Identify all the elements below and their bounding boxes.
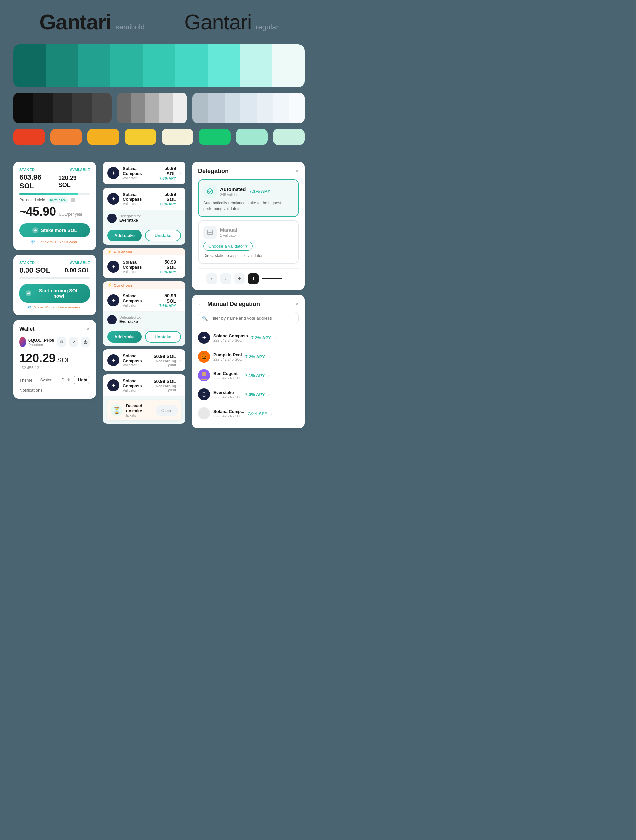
- projected-label-1: Projected yield: [19, 198, 46, 202]
- chip-yellow: [125, 129, 156, 145]
- nav-prev-btn[interactable]: ‹: [207, 273, 217, 284]
- validator-apy-6: Not earning yield: [153, 384, 176, 392]
- delegation-close-btn[interactable]: ×: [295, 168, 299, 174]
- validator-icon-6: ✦: [107, 379, 119, 392]
- start-earning-btn[interactable]: ➜ Start earning SOL now!: [19, 284, 90, 303]
- wallet-account-info: 6QUX...PFb9 Phantom: [28, 338, 54, 347]
- promo-text-1: 💎 Get extra 9.15 SOL/year: [19, 240, 90, 244]
- unstake-btn-2[interactable]: Unstake: [145, 230, 181, 241]
- manual-vli-info-5: Solana Comp... 222,342,245 SOL: [213, 409, 245, 418]
- wallet-action-icons: ⧉ ↗ ⏻: [57, 337, 90, 347]
- light-blue-gray-palette: [193, 93, 305, 123]
- theme-dark-btn[interactable]: Dark: [57, 376, 74, 384]
- delegated-to-row-4: Delegated to: Everstake: [103, 312, 186, 328]
- nav-add-btn[interactable]: +: [234, 273, 245, 284]
- manual-validator-item-1[interactable]: ✦ Solana Compass 222,342,245 SOL 7.2% AP…: [198, 328, 299, 347]
- validator-stats-4: 50.99 SOL 7.6% APY: [156, 293, 176, 308]
- staked-amount-1: 603.96 SOL: [19, 173, 58, 190]
- unstake-btn-4[interactable]: Unstake: [145, 331, 181, 343]
- manual-vli-name-3: Ben Cogent: [213, 371, 242, 376]
- validator-sol-3: 50.99 SOL: [156, 259, 176, 270]
- svg-point-3: [202, 372, 207, 376]
- dark-swatch-3: [53, 93, 72, 123]
- wallet-close-btn[interactable]: ×: [87, 326, 90, 332]
- manual-back-btn[interactable]: ←: [198, 300, 204, 308]
- validator-apy-4: 7.6% APY: [156, 303, 176, 308]
- copy-btn[interactable]: ⧉: [57, 337, 66, 347]
- teal-swatch-2: [46, 44, 78, 87]
- our-choice-wrapper-4: ⚡ Our choice ✦ Solana Compass Validator …: [103, 281, 186, 346]
- validator-type-1: Validator: [123, 176, 153, 180]
- teal-swatch-9: [272, 44, 305, 87]
- export-btn[interactable]: ↗: [69, 337, 78, 347]
- main-ui-section: Staked Available 603.96 SOL 120.29 SOL P…: [0, 162, 318, 435]
- validator-item-3[interactable]: ✦ Solana Compass Validator 50.99 SOL 7.6…: [103, 256, 186, 278]
- validator-apy-1: 7.6% APY: [156, 176, 176, 180]
- add-stake-btn-4[interactable]: Add stake: [107, 331, 142, 343]
- validator-top-2: ✦ Solana Compass Validator 50.99 SOL 7.6…: [103, 188, 186, 210]
- validator-icon-3: ✦: [107, 261, 119, 273]
- stake-more-btn[interactable]: ➜ Stake more SOL: [19, 223, 90, 237]
- add-stake-btn-2[interactable]: Add stake: [107, 230, 142, 241]
- font-style-regular: regular: [256, 23, 278, 31]
- lb-swatch-4: [240, 93, 256, 123]
- manual-close-btn[interactable]: ×: [295, 301, 299, 307]
- lb-swatch-6: [273, 93, 289, 123]
- power-btn[interactable]: ⏻: [81, 337, 90, 347]
- middle-column: ✦ Solana Compass Validator 50.99 SOL 7.6…: [103, 162, 186, 428]
- manual-vli-info-1: Solana Compass 222,342,245 SOL: [213, 333, 248, 342]
- validator-info-2: Solana Compass Validator: [123, 192, 153, 206]
- manual-vli-icon-4: ⬡: [198, 388, 210, 400]
- progress-bar-1: [19, 193, 90, 195]
- staking-header-2: Staked Available: [19, 261, 90, 265]
- progress-bar-2: [19, 277, 90, 279]
- chevron-right-icon-2: ›: [268, 354, 270, 359]
- promo-text-2: 💎 Stake SOL and earn rewards: [19, 305, 90, 309]
- expanded-actions-6: ⏳ Delayed unstake tickets Claim: [103, 396, 186, 424]
- theme-light-btn[interactable]: Light: [74, 376, 90, 384]
- mid-swatch-3: [145, 93, 159, 123]
- theme-row: Theme System Dark Light: [19, 376, 90, 384]
- validator-item-5[interactable]: ✦ Solana Compass Validator 50.99 SOL Not…: [103, 349, 186, 371]
- left-column: Staked Available 603.96 SOL 120.29 SOL P…: [13, 162, 96, 428]
- dark-swatch-1: [13, 93, 33, 123]
- yield-unit-1: SOL/per year: [59, 212, 82, 217]
- manual-validator-item-5[interactable]: Solana Comp... 222,342,245 SOL 7.0% APY …: [198, 404, 299, 423]
- manual-vli-info-4: Everstake 222,342,245 SOL: [213, 390, 242, 399]
- validator-stats-2: 50.99 SOL 7.6% APY: [156, 191, 176, 206]
- manual-vli-apy-4: 7.0% APY: [245, 392, 265, 397]
- manual-vli-sub-3: 222,342,245 SOL: [213, 376, 242, 380]
- manual-vli-apy-3: 7.1% APY: [245, 373, 265, 378]
- search-icon: 🔍: [202, 316, 208, 321]
- choose-validator-btn[interactable]: Choose a validator ▾: [204, 242, 253, 251]
- theme-buttons: System Dark Light: [36, 376, 90, 384]
- ben-cogent-avatar: [198, 369, 210, 381]
- yield-display-1: ~45.90 SOL/per year: [19, 205, 90, 219]
- manual-option-header: Manual 1 validator: [204, 226, 294, 239]
- validator-item-6-expanded: ✦ Solana Compass Validator 50.99 SOL Not…: [103, 374, 186, 424]
- manual-validator-item-3[interactable]: Ben Cogent 222,342,245 SOL 7.1% APY ›: [198, 366, 299, 385]
- validator-type-6: Validator: [123, 388, 150, 392]
- theme-system-btn[interactable]: System: [36, 376, 57, 384]
- manual-validator-item-2[interactable]: 🎃 Pumpkin Pool 222,342,245 SOL 7.2% APY …: [198, 347, 299, 366]
- search-input[interactable]: [198, 312, 299, 324]
- manual-validator-item-4[interactable]: ⬡ Everstake 222,342,245 SOL 7.0% APY ›: [198, 385, 299, 404]
- info-icon-1[interactable]: i: [71, 198, 75, 202]
- manual-option[interactable]: Manual 1 validator Choose a validator ▾ …: [198, 220, 299, 264]
- claim-btn[interactable]: Claim: [156, 405, 178, 415]
- progress-fill-1: [19, 193, 78, 195]
- delegated-to-label-2: Delegated to:: [119, 214, 141, 218]
- validator-type-5: Validator: [123, 363, 150, 367]
- chevron-right-icon-3: ›: [268, 373, 270, 378]
- projected-row-1: Projected yield APY 7.6% i: [19, 197, 90, 203]
- chevron-right-icon-5: ›: [271, 411, 272, 416]
- automated-option[interactable]: Automated 245 validators 7.1% APY Automa…: [198, 179, 299, 217]
- validator-item-1[interactable]: ✦ Solana Compass Validator 50.99 SOL 7.6…: [103, 162, 186, 184]
- manual-vli-name-5: Solana Comp...: [213, 409, 245, 414]
- validator-icon-1: ✦: [107, 167, 119, 179]
- delegated-name-2: Everstake: [119, 218, 141, 223]
- wallet-card: Wallet × 6QUX...PFb9 Phantom ⧉ ↗ ⏻ 120.2…: [13, 320, 96, 399]
- nav-next-btn[interactable]: ›: [220, 273, 231, 284]
- earn-arrow-icon: ➜: [26, 290, 32, 296]
- chevron-right-icon-1: ›: [274, 335, 276, 340]
